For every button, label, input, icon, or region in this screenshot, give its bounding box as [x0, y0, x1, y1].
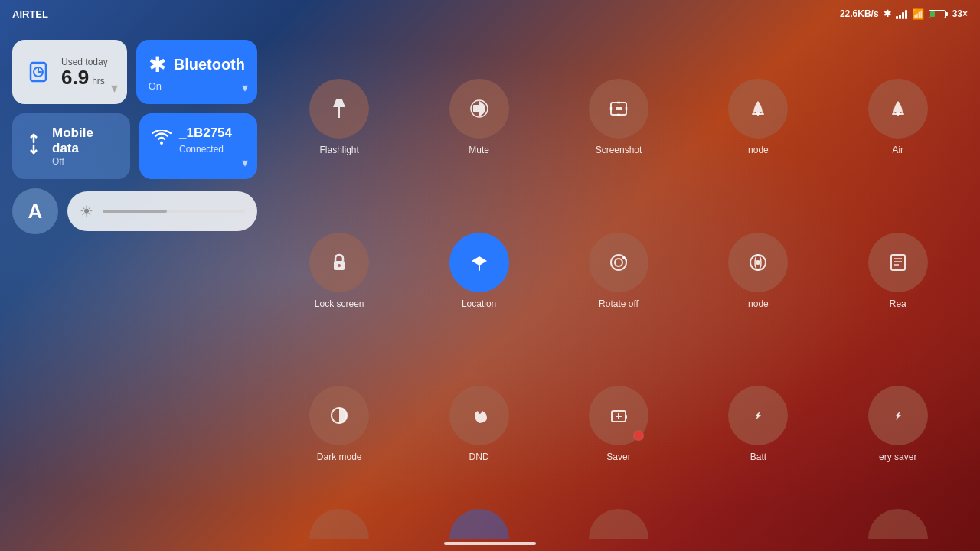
mode2-circle	[728, 233, 788, 292]
battery-label: Batt	[750, 452, 766, 462]
qs-row-2: Lock screen Location	[270, 194, 968, 347]
rotateoff-circle	[589, 233, 648, 292]
wifi-arrow: ▾	[242, 155, 248, 170]
cards-row-2: Mobile data Off	[12, 113, 257, 179]
mobile-data-text: Mobile data Off	[52, 126, 118, 167]
darkmode-circle	[309, 386, 369, 445]
partial-5	[828, 500, 968, 539]
rea-label: Rea	[890, 298, 906, 309]
carrier-label: AIRTEL	[12, 8, 48, 20]
quick-settings-panel: Flashlight Mute	[270, 40, 968, 539]
screenshot-label: Screenshot	[596, 145, 642, 155]
dnd-label: DND	[469, 452, 489, 462]
brightness-control[interactable]: ☀	[67, 191, 257, 231]
location-circle	[449, 233, 509, 292]
qs-row-1: Flashlight Mute	[270, 40, 968, 194]
bottom-row: A ☀	[12, 188, 257, 234]
status-right: 22.6KB/s ✱ 📶 33×	[840, 8, 968, 20]
status-bar: AIRTEL 22.6KB/s ✱ 📶 33×	[0, 0, 980, 28]
lockscreen-label: Lock screen	[315, 298, 364, 309]
wifi-card[interactable]: _1B2754 Connected ▾	[139, 113, 257, 179]
svg-rect-29	[626, 415, 627, 419]
mode1-circle	[728, 79, 788, 139]
bluetooth-icon: ✱	[884, 8, 891, 19]
screenshot-circle	[589, 79, 648, 139]
qs-mode1[interactable]: node	[688, 40, 828, 194]
signal-bar-4	[905, 10, 907, 19]
partial-2	[409, 500, 548, 539]
bluetooth-arrow: ▾	[242, 80, 248, 95]
mobile-data-icon	[24, 133, 43, 159]
qs-battery[interactable]: Batt	[688, 347, 828, 500]
svg-rect-23	[891, 255, 905, 270]
signal-bars	[896, 8, 907, 19]
main-content: Used today 6.9 hrs ▾ ✱ Bluetooth On ▾	[0, 28, 980, 551]
battery-tip	[946, 12, 948, 16]
partial-1	[270, 500, 409, 539]
bluetooth-card[interactable]: ✱ Bluetooth On ▾	[136, 40, 257, 104]
screen-time-text: Used today 6.9 hrs	[61, 57, 108, 87]
battery-percent: 33×	[952, 8, 968, 19]
partial-4	[688, 500, 828, 539]
signal-bar-1	[896, 16, 898, 19]
screen-time-arrow: ▾	[111, 80, 118, 96]
mobile-data-card[interactable]: Mobile data Off	[12, 113, 130, 179]
mobile-data-status: Off	[52, 156, 118, 167]
darkmode-label: Dark mode	[317, 452, 362, 462]
battery-body	[929, 10, 946, 18]
left-panel: Used today 6.9 hrs ▾ ✱ Bluetooth On ▾	[12, 40, 257, 539]
brightness-fill	[103, 210, 167, 213]
dnd-circle	[449, 386, 509, 445]
air-circle	[868, 79, 928, 139]
mute-label: Mute	[469, 145, 489, 155]
cards-row-1: Used today 6.9 hrs ▾ ✱ Bluetooth On ▾	[12, 40, 257, 104]
mode2-label: node	[748, 298, 769, 309]
flashlight-circle	[309, 79, 369, 139]
qs-energysaver[interactable]: ery saver	[828, 347, 968, 500]
brightness-track[interactable]	[103, 210, 245, 213]
qs-mute[interactable]: Mute	[409, 40, 548, 194]
signal-bar-3	[902, 12, 904, 19]
saver-label: Saver	[606, 452, 630, 462]
energysaver-label: ery saver	[879, 452, 916, 462]
qs-screenshot[interactable]: Screenshot	[549, 40, 688, 194]
qs-lockscreen[interactable]: Lock screen	[270, 194, 409, 347]
mute-circle	[449, 79, 509, 139]
bluetooth-label: Bluetooth	[174, 56, 245, 73]
qs-location[interactable]: Location	[409, 194, 548, 347]
qs-rea[interactable]: Rea	[828, 194, 968, 347]
qs-air[interactable]: Air	[828, 40, 968, 194]
svg-point-22	[756, 260, 760, 265]
wifi-status-icon: 📶	[912, 8, 924, 20]
screen-time-card[interactable]: Used today 6.9 hrs ▾	[12, 40, 127, 104]
screen-time-icon	[24, 58, 52, 86]
svg-point-19	[615, 259, 622, 266]
wifi-status-text: Connected	[179, 144, 232, 155]
signal-bar-2	[899, 15, 901, 19]
qs-rotateoff[interactable]: Rotate off	[549, 194, 688, 347]
wifi-top: _1B2754 Connected	[152, 126, 245, 155]
svg-point-17	[338, 264, 341, 267]
svg-rect-15	[892, 113, 904, 115]
rea-circle	[868, 233, 928, 292]
svg-point-6	[160, 142, 163, 145]
qs-darkmode[interactable]: Dark mode	[270, 347, 409, 500]
wifi-icon-card	[152, 130, 172, 150]
bluetooth-icon-card: ✱	[149, 52, 166, 77]
lockscreen-circle	[309, 233, 369, 292]
qs-dnd[interactable]: DND	[409, 347, 548, 500]
qs-row-3: Dark mode DND	[270, 347, 968, 500]
energysaver-circle	[868, 386, 928, 445]
location-label: Location	[462, 298, 496, 309]
avatar[interactable]: A	[12, 188, 58, 234]
network-speed: 22.6KB/s	[840, 8, 879, 19]
qs-flashlight[interactable]: Flashlight	[270, 40, 409, 194]
svg-rect-7	[473, 105, 479, 112]
saver-circle	[589, 386, 648, 445]
qs-saver[interactable]: Saver	[549, 347, 688, 500]
wifi-ssid: _1B2754	[179, 126, 232, 141]
qs-mode2[interactable]: node	[688, 194, 828, 347]
mode1-label: node	[748, 145, 769, 155]
air-label: Air	[892, 145, 903, 155]
qs-partial-row	[270, 500, 968, 539]
